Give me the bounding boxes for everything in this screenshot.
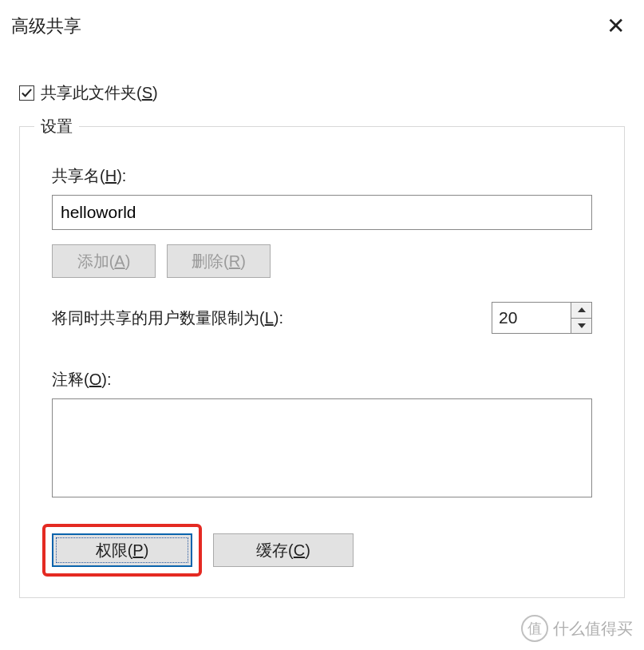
comment-textarea[interactable] bbox=[52, 398, 592, 497]
remove-button[interactable]: 删除(R) bbox=[167, 244, 271, 278]
title-bar: 高级共享 ✕ bbox=[0, 0, 644, 47]
watermark-badge-icon: 值 bbox=[521, 615, 548, 642]
permissions-highlight: 权限(P) bbox=[42, 524, 202, 577]
share-name-input[interactable] bbox=[52, 195, 592, 230]
watermark-text: 什么值得买 bbox=[553, 618, 633, 640]
close-icon[interactable]: ✕ bbox=[602, 13, 630, 39]
bottom-buttons: 权限(P) 缓存(C) bbox=[52, 524, 592, 577]
share-name-label: 共享名(H): bbox=[52, 165, 592, 187]
spinner-buttons bbox=[571, 303, 591, 333]
user-limit-value[interactable]: 20 bbox=[492, 303, 571, 333]
dialog-title: 高级共享 bbox=[11, 14, 81, 38]
user-limit-stepper[interactable]: 20 bbox=[492, 302, 592, 334]
user-limit-label: 将同时共享的用户数量限制为(L): bbox=[52, 307, 283, 329]
comment-label: 注释(O): bbox=[52, 369, 592, 390]
dialog-content: 共享此文件夹(S) 设置 共享名(H): 添加(A) 删除(R) 将同时共享的用… bbox=[0, 47, 644, 614]
share-folder-checkbox-row[interactable]: 共享此文件夹(S) bbox=[19, 82, 625, 104]
checkbox-icon[interactable] bbox=[19, 85, 34, 101]
add-button[interactable]: 添加(A) bbox=[52, 244, 156, 278]
share-folder-label[interactable]: 共享此文件夹(S) bbox=[41, 82, 158, 104]
advanced-sharing-dialog: 高级共享 ✕ 共享此文件夹(S) 设置 共享名(H): 添加(A) 删除 bbox=[0, 0, 644, 650]
user-limit-row: 将同时共享的用户数量限制为(L): 20 bbox=[52, 302, 592, 334]
permissions-button[interactable]: 权限(P) bbox=[52, 533, 192, 567]
spinner-up-icon[interactable] bbox=[571, 303, 591, 319]
settings-groupbox: 设置 共享名(H): 添加(A) 删除(R) 将同时共享的用户数量限制为(L):… bbox=[19, 126, 625, 598]
cache-button[interactable]: 缓存(C) bbox=[213, 533, 354, 567]
share-name-buttons: 添加(A) 删除(R) bbox=[52, 244, 592, 278]
watermark: 值 什么值得买 bbox=[521, 615, 633, 642]
groupbox-title: 设置 bbox=[34, 116, 79, 137]
spinner-down-icon[interactable] bbox=[571, 319, 591, 334]
